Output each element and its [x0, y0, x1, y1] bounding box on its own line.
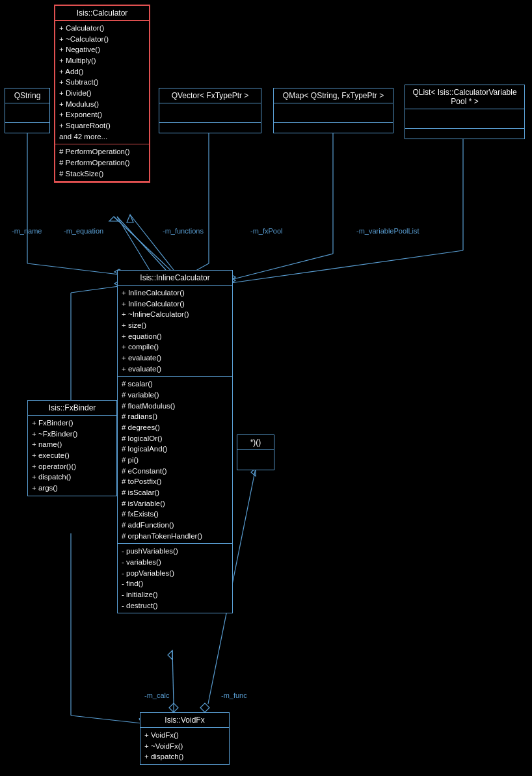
- svg-marker-1: [127, 215, 133, 222]
- inlinecalculator-box: Isis::InlineCalculator + InlineCalculato…: [117, 270, 233, 613]
- calc-member-4: + Multiply(): [59, 55, 145, 66]
- label-m-equation: -m_equation: [64, 227, 103, 235]
- calculator-public-section: + Calculator() + ~Calculator() + Negativ…: [55, 21, 149, 144]
- fxbinder-box: Isis::FxBinder + FxBinder() + ~FxBinder(…: [27, 400, 117, 496]
- label-m-func: -m_func: [221, 691, 247, 699]
- voidfx-public-section: + VoidFx() + ~VoidFx() + dispatch(): [140, 728, 229, 764]
- calc-prot-3: # StackSize(): [59, 168, 145, 180]
- calculator-protected-section: # PerformOperation() # PerformOperation(…: [55, 144, 149, 181]
- uml-diagram: QString Isis::Calculator + Calculator() …: [0, 0, 532, 776]
- inlinecalc-protected-section: # scalar() # variable() # floatModulus()…: [118, 377, 232, 544]
- calc-member-2: + ~Calculator(): [59, 34, 145, 45]
- svg-marker-27: [200, 703, 209, 712]
- star-paren-box: *)(): [237, 435, 274, 470]
- qvector-title: QVector< FxTypePtr >: [159, 88, 261, 103]
- fxbinder-public-section: + FxBinder() + ~FxBinder() + name() + ex…: [28, 416, 116, 496]
- svg-marker-7: [109, 217, 118, 221]
- calculator-title: Isis::Calculator: [55, 6, 149, 21]
- calc-prot-2: # PerformOperation(): [59, 157, 145, 168]
- qmap-box: QMap< QString, FxTypePtr >: [273, 88, 393, 133]
- svg-line-0: [130, 215, 174, 270]
- voidfx-box: Isis::VoidFx + VoidFx() + ~VoidFx() + di…: [140, 712, 230, 765]
- calc-member-10: + SquareRoot(): [59, 120, 145, 131]
- calc-member-6: + Subtract(): [59, 77, 145, 88]
- calc-member-7: + Divide(): [59, 88, 145, 99]
- svg-line-29: [71, 716, 142, 723]
- inlinecalculator-title: Isis::InlineCalculator: [118, 271, 232, 286]
- svg-marker-23: [168, 650, 172, 660]
- calc-member-8: + Modulus(): [59, 99, 145, 110]
- svg-line-4: [27, 263, 119, 274]
- calc-member-5: + Add(): [59, 66, 145, 77]
- qlist-title: QList< Isis::CalculatorVariable Pool * >: [405, 85, 524, 109]
- label-m-calc: -m_calc: [144, 691, 170, 699]
- qvector-box: QVector< FxTypePtr >: [159, 88, 261, 133]
- svg-line-22: [172, 650, 174, 704]
- qstring-box: QString: [5, 88, 50, 133]
- voidfx-title: Isis::VoidFx: [140, 713, 229, 728]
- svg-line-8: [117, 217, 150, 270]
- qstring-title: QString: [5, 88, 49, 103]
- inlinecalc-private-section: - pushVariables() - variables() - popVar…: [118, 544, 232, 613]
- svg-marker-26: [169, 703, 178, 712]
- calc-member-1: + Calculator(): [59, 23, 145, 34]
- calc-member-more: and 42 more...: [59, 131, 145, 142]
- qlist-box: QList< Isis::CalculatorVariable Pool * >: [405, 85, 525, 139]
- fxbinder-title: Isis::FxBinder: [28, 401, 116, 416]
- label-m-fxpool: -m_fxPool: [250, 227, 283, 235]
- svg-line-13: [231, 254, 333, 280]
- inlinecalc-public-section: + InlineCalculator() + InlineCalculator(…: [118, 286, 232, 377]
- svg-line-6: [114, 217, 170, 270]
- label-m-variablepoollist: -m_variablePoolList: [356, 227, 419, 235]
- label-m-functions: -m_functions: [163, 227, 204, 235]
- svg-line-2: [117, 217, 166, 270]
- calc-prot-1: # PerformOperation(): [59, 146, 145, 157]
- qmap-title: QMap< QString, FxTypePtr >: [274, 88, 393, 103]
- calc-member-9: + Exponent(): [59, 109, 145, 120]
- svg-line-19: [71, 286, 119, 293]
- label-m-name: -m_name: [12, 227, 42, 235]
- star-paren-title: *)(): [237, 435, 274, 450]
- svg-line-16: [231, 250, 463, 283]
- calc-member-3: + Negative(): [59, 44, 145, 55]
- calculator-box: Isis::Calculator + Calculator() + ~Calcu…: [54, 5, 150, 183]
